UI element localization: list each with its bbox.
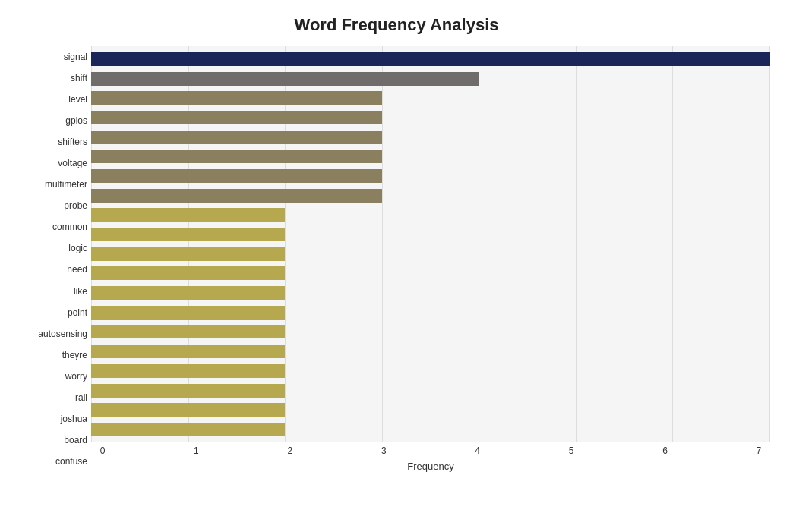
bar	[91, 111, 382, 124]
x-tick-label: 2	[279, 445, 302, 456]
chart-area: signalshiftlevelgpiosshiftersvoltagemult…	[23, 46, 770, 472]
bar-row	[91, 51, 770, 68]
bar-row	[91, 90, 770, 106]
bar	[91, 286, 285, 300]
y-axis-label: worry	[65, 368, 87, 385]
y-axis-label: gpios	[65, 112, 87, 129]
bar-row	[91, 421, 770, 438]
y-axis-label: board	[64, 432, 87, 449]
y-axis-label: point	[68, 304, 87, 321]
bar	[91, 403, 285, 417]
bar	[91, 247, 285, 261]
y-axis-label: logic	[68, 240, 87, 257]
bar-row	[91, 148, 770, 165]
bar	[91, 52, 770, 66]
bar	[91, 131, 382, 144]
y-axis-label: rail	[75, 389, 87, 406]
x-tick-label: 6	[654, 445, 677, 456]
bar-row	[91, 304, 770, 321]
y-axis-label: probe	[64, 197, 87, 214]
x-tick-label: 0	[91, 445, 114, 456]
grid-and-bars	[91, 46, 770, 442]
bar	[91, 266, 285, 280]
x-tick-label: 5	[560, 445, 583, 456]
y-axis-label: shift	[71, 70, 87, 87]
y-axis-label: voltage	[58, 155, 87, 172]
chart-title: Word Frequency Analysis	[23, 15, 770, 35]
bar-row	[91, 246, 770, 263]
bar-row	[91, 343, 770, 360]
bar	[91, 384, 285, 398]
bar	[91, 345, 285, 358]
bar	[91, 364, 285, 378]
bar-row	[91, 382, 770, 399]
y-axis-label: shifters	[58, 134, 87, 150]
bar-row	[91, 187, 770, 204]
y-axis-label: theyre	[62, 347, 87, 364]
x-tick-label: 4	[466, 445, 489, 456]
bar	[91, 208, 285, 222]
bar-row	[91, 285, 770, 301]
y-axis-label: confuse	[55, 453, 87, 470]
bar	[91, 306, 285, 320]
y-axis-label: level	[68, 91, 87, 108]
bar	[91, 423, 285, 436]
x-tick-label: 1	[185, 445, 207, 456]
y-axis-label: autosensing	[38, 326, 87, 342]
x-axis: 01234567	[91, 445, 770, 456]
bar	[91, 228, 285, 241]
y-axis-label: like	[74, 283, 87, 300]
bar-row	[91, 401, 770, 418]
bars-container	[91, 46, 770, 442]
bar-row	[91, 363, 770, 379]
bar	[91, 72, 479, 86]
bar	[91, 169, 382, 183]
y-axis-label: joshua	[61, 411, 87, 427]
bar-row	[91, 109, 770, 126]
bar-row	[91, 226, 770, 243]
bar	[91, 189, 382, 203]
bar-row	[91, 71, 770, 87]
y-axis-labels: signalshiftlevelgpiosshiftersvoltagemult…	[23, 46, 91, 472]
bar-row	[91, 129, 770, 146]
plot-area: 01234567 Frequency	[91, 46, 770, 472]
x-tick-label: 3	[372, 445, 395, 456]
x-axis-label: Frequency	[91, 461, 770, 472]
bar-row	[91, 323, 770, 340]
x-tick-label: 7	[747, 445, 770, 456]
bar-row	[91, 168, 770, 184]
bar	[91, 91, 382, 105]
bar-row	[91, 206, 770, 223]
y-axis-label: signal	[64, 49, 87, 65]
y-axis-label: multimeter	[45, 176, 87, 193]
bar	[91, 325, 285, 338]
chart-container: Word Frequency Analysis signalshiftlevel…	[0, 0, 793, 532]
y-axis-label: need	[67, 261, 87, 278]
y-axis-label: common	[52, 219, 87, 235]
bar-row	[91, 265, 770, 282]
bar	[91, 150, 382, 163]
